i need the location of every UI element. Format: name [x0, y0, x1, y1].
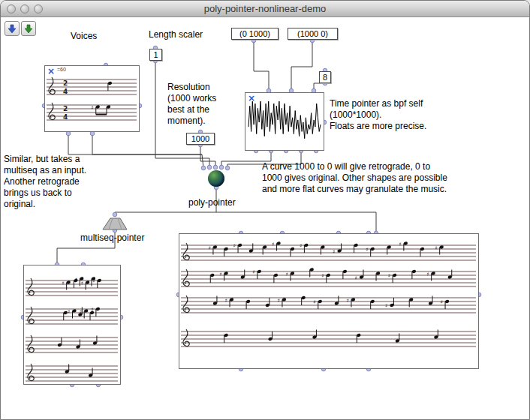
window-title: poly-pointer-nonlinear-demo	[1, 1, 529, 16]
svg-text:♯: ♯	[68, 309, 70, 315]
selection-x-icon: ×	[248, 93, 255, 104]
svg-text:♯: ♯	[346, 298, 348, 304]
poly-pointer-label: poly-pointer	[188, 197, 236, 208]
length-scaler-label: Length scaler	[149, 29, 203, 40]
multiseq-note: Similar, but takes a multiseq as an inpu…	[4, 154, 116, 210]
resolution-note: Resolution (1000 works best at the momen…	[167, 82, 232, 127]
load-patch-button[interactable]	[21, 21, 36, 36]
connection-port	[201, 166, 206, 170]
save-patch-button[interactable]	[5, 21, 20, 36]
svg-text:4: 4	[63, 113, 68, 121]
multiseq-pointer-label: multiseq-pointer	[80, 232, 144, 243]
minimize-button[interactable]	[20, 4, 29, 14]
svg-text:♯: ♯	[426, 272, 429, 278]
svg-text:♯: ♯	[219, 272, 221, 278]
svg-text:♯: ♯	[75, 277, 77, 283]
curve-note: A curve 1000 to 0 will give retrograde, …	[262, 161, 510, 195]
svg-text:♯: ♯	[225, 298, 227, 304]
close-button[interactable]	[7, 4, 16, 14]
patch-canvas[interactable]: Voices Length scaler Resolution (1000 wo…	[1, 17, 529, 419]
svg-text:♯: ♯	[300, 243, 302, 249]
svg-text:♯: ♯	[81, 280, 83, 286]
upper-value-box[interactable]: 8	[319, 71, 331, 83]
selection-x-icon: ×	[47, 66, 55, 76]
svg-text:♯: ♯	[91, 105, 93, 111]
svg-text:♯: ♯	[208, 245, 210, 251]
score-editor-result-main[interactable]: ♯♯♯♯♯♯♯♯♯♯♯♯♯♯♯♯♯♯♯♯♯	[179, 233, 479, 369]
svg-text:♯: ♯	[91, 307, 93, 313]
svg-text:♯: ♯	[333, 249, 335, 255]
score-notation: ♯♯♯♯♯♯♯♯♯♯♯♯♯♯♯♯♯♯♯♯♯	[179, 234, 478, 368]
bpf-curve	[245, 93, 324, 150]
titlebar: poly-pointer-nonlinear-demo	[1, 1, 529, 17]
list-box-1000-0[interactable]: (1000 0)	[288, 28, 338, 40]
svg-text:♯: ♯	[441, 299, 443, 305]
resolution-value-box[interactable]: 1000	[186, 133, 215, 145]
svg-text:♯: ♯	[277, 298, 279, 304]
svg-text:♯: ♯	[321, 273, 324, 279]
connection-port	[219, 165, 224, 170]
svg-text:♯: ♯	[272, 242, 274, 248]
patch-wire	[314, 83, 325, 91]
length-scaler-value-box[interactable]: 1	[149, 49, 162, 61]
score-notation: 2424♯	[45, 66, 139, 131]
svg-text:♯: ♯	[80, 309, 82, 315]
svg-text:♯: ♯	[385, 303, 387, 309]
trapezoid-icon	[103, 218, 127, 230]
svg-text:♯: ♯	[285, 272, 288, 278]
svg-text:4: 4	[63, 88, 68, 95]
svg-text:♯: ♯	[399, 242, 401, 248]
app-window: poly-pointer-nonlinear-demo Voices Lengt…	[0, 0, 530, 420]
svg-text:♯: ♯	[388, 273, 390, 279]
zoom-button[interactable]	[34, 4, 43, 14]
green-down-arrow-icon	[23, 23, 34, 34]
svg-text:♯: ♯	[435, 245, 437, 251]
svg-text:♯: ♯	[313, 299, 315, 305]
score-editor-voices[interactable]: × =60 2424♯	[44, 65, 140, 132]
time-pointer-note: Time pointer as bpf self (1000*1000). Fl…	[330, 98, 465, 132]
blue-down-arrow-icon	[7, 23, 17, 34]
tempo-label: =60	[57, 67, 66, 72]
connection-port	[213, 165, 218, 170]
connection-port	[225, 166, 230, 170]
svg-text:2: 2	[63, 80, 68, 87]
svg-text:♯: ♯	[62, 280, 64, 286]
svg-text:♯: ♯	[252, 269, 254, 275]
svg-text:♯: ♯	[354, 275, 357, 281]
patch-wire	[254, 40, 269, 91]
score-editor-result-left[interactable]: ♯♯♯♯♯♯♯	[23, 265, 121, 385]
poly-pointer-node[interactable]	[208, 170, 224, 187]
list-box-0-1000[interactable]: (0 1000)	[231, 28, 279, 40]
score-notation: ♯♯♯♯♯♯♯	[24, 266, 120, 384]
svg-text:♯: ♯	[233, 243, 236, 249]
svg-text:♯: ♯	[92, 278, 95, 284]
svg-text:♯: ♯	[366, 247, 368, 253]
svg-text:2: 2	[63, 105, 68, 112]
voices-label: Voices	[71, 31, 97, 42]
bpf-editor[interactable]: ×	[245, 92, 324, 151]
patch-wire	[291, 40, 312, 91]
patch-wire	[200, 145, 215, 167]
multiseq-pointer-node[interactable]	[100, 214, 130, 231]
connection-port	[207, 165, 212, 170]
